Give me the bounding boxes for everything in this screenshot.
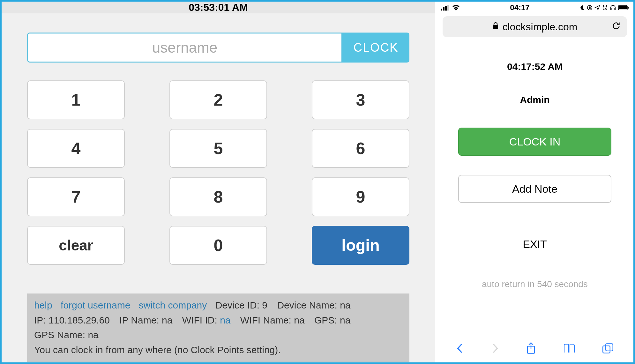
- auto-return-note: auto return in 540 seconds: [482, 279, 588, 289]
- safari-toolbar: [436, 334, 633, 362]
- tabs-icon[interactable]: [602, 343, 614, 354]
- browser-address-bar[interactable]: clocksimple.com: [443, 16, 627, 37]
- numeric-keypad: 1 2 3 4 5 6 7 8 9 clear 0 login: [27, 80, 409, 274]
- cellular-signal-icon: [441, 5, 450, 11]
- keypad-0[interactable]: 0: [169, 226, 267, 265]
- battery-icon: [618, 5, 629, 10]
- svg-rect-9: [614, 8, 616, 10]
- alarm-icon: [602, 5, 608, 11]
- back-icon[interactable]: [456, 343, 464, 354]
- current-user: Admin: [520, 94, 549, 105]
- svg-rect-2: [445, 6, 447, 11]
- reload-icon[interactable]: [612, 21, 621, 33]
- clock-in-button[interactable]: CLOCK IN: [458, 128, 611, 156]
- page-time: 04:17:52 AM: [507, 61, 563, 72]
- keypad-login[interactable]: login: [312, 226, 409, 265]
- keypad-6[interactable]: 6: [312, 129, 409, 168]
- svg-rect-11: [619, 6, 627, 9]
- bookmarks-icon[interactable]: [563, 343, 576, 354]
- add-note-button[interactable]: Add Note: [458, 175, 611, 203]
- clock-time: 03:53:01 AM: [2, 2, 435, 13]
- status-info-box: help forgot username switch company Devi…: [27, 293, 409, 362]
- wifi-icon: [452, 4, 460, 11]
- ios-status-bar: 04:17: [436, 2, 633, 14]
- keypad-clear[interactable]: clear: [27, 226, 125, 265]
- clock-point-note: You can clock in from any where (no Cloc…: [34, 345, 281, 355]
- keypad-1[interactable]: 1: [27, 80, 125, 119]
- tablet-kiosk-pane: 03:53:01 AM CLOCK 1 2 3 4 5 6 7: [2, 2, 435, 362]
- keypad-5[interactable]: 5: [169, 129, 267, 168]
- keypad-7[interactable]: 7: [27, 177, 125, 216]
- keypad-3[interactable]: 3: [312, 80, 409, 119]
- phone-browser-pane: 04:17 clocksimple.com 04:17:52 AM Admin: [436, 2, 633, 362]
- moon-icon: [579, 5, 585, 11]
- svg-rect-16: [606, 344, 613, 351]
- keypad-8[interactable]: 8: [169, 177, 267, 216]
- status-bar-time: 04:17: [510, 3, 529, 12]
- browser-domain: clocksimple.com: [503, 21, 578, 33]
- username-input[interactable]: [27, 33, 342, 63]
- svg-rect-3: [447, 5, 449, 11]
- svg-rect-0: [441, 9, 442, 11]
- svg-rect-15: [603, 346, 610, 353]
- lock-icon: [492, 22, 499, 32]
- help-link[interactable]: help: [34, 300, 52, 310]
- clock-button[interactable]: CLOCK: [342, 33, 409, 63]
- headphones-icon: [610, 5, 616, 11]
- orientation-lock-icon: [587, 5, 593, 11]
- keypad-4[interactable]: 4: [27, 129, 125, 168]
- exit-button[interactable]: EXIT: [523, 238, 547, 250]
- keypad-2[interactable]: 2: [169, 80, 267, 119]
- forward-icon: [491, 343, 499, 354]
- share-icon[interactable]: [526, 342, 536, 355]
- forgot-username-link[interactable]: forgot username: [61, 300, 130, 310]
- keypad-9[interactable]: 9: [312, 177, 409, 216]
- svg-rect-12: [628, 7, 629, 9]
- svg-rect-8: [610, 8, 612, 10]
- svg-rect-1: [443, 7, 444, 11]
- switch-company-link[interactable]: switch company: [139, 300, 207, 310]
- svg-rect-13: [493, 25, 498, 29]
- svg-rect-6: [589, 6, 590, 8]
- location-icon: [594, 5, 600, 11]
